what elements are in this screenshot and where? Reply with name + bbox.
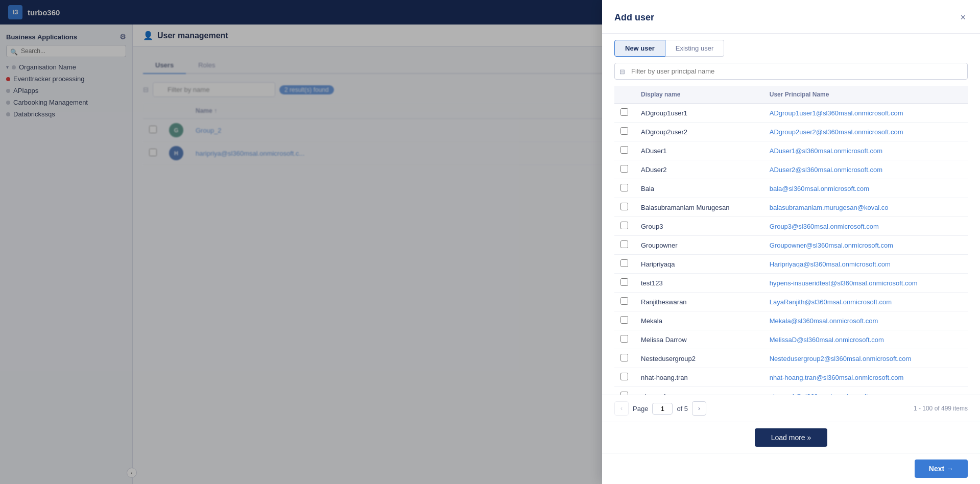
modal-footer: Next → — [602, 453, 980, 484]
modal-row-checkbox[interactable] — [620, 373, 628, 380]
modal-search-input[interactable] — [614, 63, 968, 80]
modal-title: Add user — [614, 12, 654, 23]
modal-table-row: Group3 Group3@sl360msal.onmicrosoft.com — [614, 217, 968, 236]
modal-display-name: Balasubramaniam Murugesan — [635, 198, 763, 217]
modal-display-name: Ranjitheswaran — [635, 293, 763, 311]
modal-row-checkbox[interactable] — [620, 297, 628, 305]
modal-row-checkbox[interactable] — [620, 259, 628, 267]
tab-existing-user[interactable]: Existing user — [665, 40, 724, 57]
modal-row-checkbox[interactable] — [620, 316, 628, 324]
modal-upn: LayaRanjith@sl360msal.onmicrosoft.com — [763, 293, 968, 311]
modal-row-checkbox[interactable] — [620, 335, 628, 343]
modal-upn: Haripriyaqa@sl360msal.onmicrosoft.com — [763, 255, 968, 274]
col-select — [614, 86, 635, 104]
modal-display-name: Groupowner — [635, 236, 763, 255]
modal-table-row: Melissa Darrow MelissaD@sl360msal.onmicr… — [614, 330, 968, 349]
col-upn: User Principal Name — [763, 86, 968, 104]
modal-table-row: test123 hypens-insuseridtest@sl360msal.o… — [614, 274, 968, 293]
modal-row-checkbox[interactable] — [620, 222, 628, 229]
modal-table-row: Mekala Mekala@sl360msal.onmicrosoft.com — [614, 311, 968, 330]
next-button[interactable]: Next → — [915, 459, 968, 478]
modal-upn: ADuser1@sl360msal.onmicrosoft.com — [763, 141, 968, 160]
modal-display-name: test123 — [635, 274, 763, 293]
modal-table-row: ADgroup2user2 ADgroup2user2@sl360msal.on… — [614, 123, 968, 141]
modal-overlay: Add user × New user Existing user ⊟ Disp… — [0, 0, 980, 484]
modal-table-row: Ranjitheswaran LayaRanjith@sl360msal.onm… — [614, 293, 968, 311]
modal-upn: Nestedusergroup2@sl360msal.onmicrosoft.c… — [763, 349, 968, 368]
modal-upn: ADgroup1user1@sl360msal.onmicrosoft.com — [763, 104, 968, 123]
modal-display-name: ADuser1 — [635, 141, 763, 160]
modal-upn: Groupowner@sl360msal.onmicrosoft.com — [763, 236, 968, 255]
modal-upn: Group3@sl360msal.onmicrosoft.com — [763, 217, 968, 236]
modal-row-checkbox[interactable] — [620, 165, 628, 173]
add-user-modal: Add user × New user Existing user ⊟ Disp… — [602, 0, 980, 484]
col-display-name: Display name — [635, 86, 763, 104]
modal-table-row: ADgroup1user1 ADgroup1user1@sl360msal.on… — [614, 104, 968, 123]
modal-close-button[interactable]: × — [958, 10, 968, 25]
modal-row-checkbox[interactable] — [620, 184, 628, 191]
page-number-input[interactable] — [652, 403, 673, 415]
page-of-label: of 5 — [677, 405, 688, 413]
modal-display-name: ADuser2 — [635, 160, 763, 179]
modal-table-row: ADuser1 ADuser1@sl360msal.onmicrosoft.co… — [614, 141, 968, 160]
modal-table-row: Haripriyaqa Haripriyaqa@sl360msal.onmicr… — [614, 255, 968, 274]
modal-row-checkbox[interactable] — [620, 108, 628, 116]
pagination-controls: ‹ Page of 5 › — [614, 401, 706, 416]
modal-table-row: Balasubramaniam Murugesan balasubramania… — [614, 198, 968, 217]
modal-display-name: planner1user — [635, 387, 763, 395]
modal-table-row: Bala bala@sl360msal.onmicrosoft.com — [614, 179, 968, 198]
load-more-button[interactable]: Load more » — [755, 428, 828, 447]
modal-row-checkbox[interactable] — [620, 203, 628, 210]
next-page-button[interactable]: › — [692, 401, 706, 416]
modal-upn: balasubramaniam.murugesan@kovai.co — [763, 198, 968, 217]
modal-row-checkbox[interactable] — [620, 146, 628, 154]
modal-header: Add user × — [602, 0, 980, 34]
modal-table-row: nhat-hoang.tran nhat-hoang.tran@sl360msa… — [614, 368, 968, 387]
modal-display-name: Haripriyaqa — [635, 255, 763, 274]
modal-display-name: Mekala — [635, 311, 763, 330]
modal-upn: ADuser2@sl360msal.onmicrosoft.com — [763, 160, 968, 179]
modal-load-more: Load more » — [602, 422, 980, 453]
modal-row-checkbox[interactable] — [620, 354, 628, 361]
modal-table-row: planner1user planner1@sl360msal.onmicros… — [614, 387, 968, 395]
modal-display-name: ADgroup2user2 — [635, 123, 763, 141]
modal-table-row: ADuser2 ADuser2@sl360msal.onmicrosoft.co… — [614, 160, 968, 179]
modal-display-name: Bala — [635, 179, 763, 198]
modal-upn: nhat-hoang.tran@sl360msal.onmicrosoft.co… — [763, 368, 968, 387]
modal-display-name: Group3 — [635, 217, 763, 236]
modal-display-name: nhat-hoang.tran — [635, 368, 763, 387]
modal-row-checkbox[interactable] — [620, 240, 628, 248]
modal-display-name: ADgroup1user1 — [635, 104, 763, 123]
user-list-table: Display name User Principal Name ADgroup… — [602, 86, 980, 395]
page-label: Page — [633, 405, 648, 413]
modal-pagination: ‹ Page of 5 › 1 - 100 of 499 items — [602, 395, 980, 422]
modal-upn: MelissaD@sl360msal.onmicrosoft.com — [763, 330, 968, 349]
modal-upn: bala@sl360msal.onmicrosoft.com — [763, 179, 968, 198]
modal-row-checkbox[interactable] — [620, 278, 628, 286]
modal-upn: hypens-insuseridtest@sl360msal.onmicroso… — [763, 274, 968, 293]
modal-table-row: Nestedusergroup2 Nestedusergroup2@sl360m… — [614, 349, 968, 368]
modal-row-checkbox[interactable] — [620, 127, 628, 135]
modal-upn: planner1@sl360msal.onmicrosoft.com — [763, 387, 968, 395]
modal-tabs: New user Existing user — [602, 34, 980, 57]
modal-upn: Mekala@sl360msal.onmicrosoft.com — [763, 311, 968, 330]
modal-display-name: Nestedusergroup2 — [635, 349, 763, 368]
modal-filter-icon: ⊟ — [619, 67, 625, 75]
tab-new-user[interactable]: New user — [614, 40, 665, 57]
modal-upn: ADgroup2user2@sl360msal.onmicrosoft.com — [763, 123, 968, 141]
prev-page-button[interactable]: ‹ — [614, 401, 629, 416]
modal-search-container: ⊟ — [602, 57, 980, 86]
pagination-info: 1 - 100 of 499 items — [914, 405, 968, 412]
modal-display-name: Melissa Darrow — [635, 330, 763, 349]
modal-table-row: Groupowner Groupowner@sl360msal.onmicros… — [614, 236, 968, 255]
